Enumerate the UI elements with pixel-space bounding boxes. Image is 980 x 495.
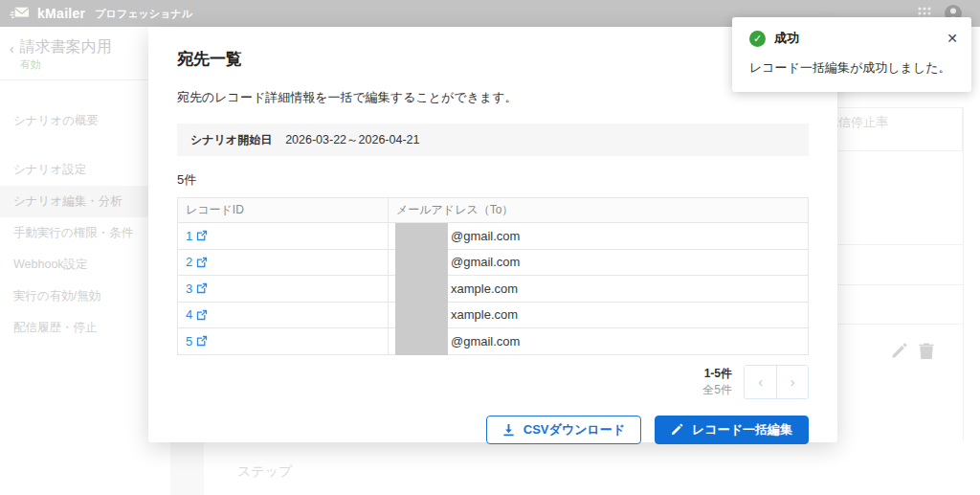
external-link-icon bbox=[196, 309, 208, 321]
plan-label: プロフェッショナル bbox=[95, 7, 191, 21]
scenario-start-date-label: シナリオ開始日 bbox=[190, 132, 272, 148]
external-link-icon bbox=[196, 335, 208, 347]
bg-panel bbox=[170, 442, 204, 495]
record-id: 3 bbox=[186, 281, 192, 296]
sidebar-item[interactable]: シナリオの概要 bbox=[0, 105, 148, 137]
stat-label: 配信停止率 bbox=[826, 114, 962, 131]
scenario-start-date-value: 2026-03-22～2026-04-21 bbox=[285, 132, 419, 148]
pencil-icon[interactable] bbox=[890, 342, 908, 360]
external-link-icon bbox=[196, 230, 208, 241]
sidebar-item[interactable]: Webhook設定 bbox=[0, 249, 148, 281]
pagination-total: 全5件 bbox=[702, 382, 732, 397]
external-link-icon bbox=[196, 257, 208, 268]
record-link[interactable]: 4 bbox=[186, 307, 208, 322]
bg-panel-edge bbox=[963, 107, 964, 440]
success-check-icon: ✓ bbox=[749, 31, 766, 47]
modal-title: 宛先一覧 bbox=[177, 48, 809, 70]
sidebar: ‹ 請求書案内用 有効 シナリオの概要シナリオ設定シナリオ編集・分析手動実行の権… bbox=[0, 27, 148, 495]
download-icon bbox=[502, 423, 515, 437]
bg-divider bbox=[837, 324, 963, 325]
record-count: 5件 bbox=[177, 171, 809, 189]
bulk-edit-label: レコード一括編集 bbox=[692, 421, 792, 439]
record-link[interactable]: 2 bbox=[186, 255, 208, 269]
redaction-overlay bbox=[395, 223, 448, 355]
chevron-right-icon: › bbox=[791, 374, 795, 390]
brand-name: kMailer bbox=[37, 6, 85, 21]
step-label: ステップ bbox=[237, 463, 292, 481]
record-id: 5 bbox=[186, 334, 192, 349]
record-id: 1 bbox=[186, 229, 192, 243]
chevron-left-icon: ‹ bbox=[758, 374, 763, 390]
close-icon[interactable]: ✕ bbox=[947, 32, 958, 45]
modal-description: 宛先のレコード詳細情報を一括で編集することができます。 bbox=[177, 89, 809, 106]
scenario-start-date-bar: シナリオ開始日 2026-03-22～2026-04-21 bbox=[177, 124, 809, 156]
csv-download-label: CSVダウンロード bbox=[523, 421, 625, 439]
brand-logo[interactable]: kMailer bbox=[10, 5, 85, 22]
record-id: 2 bbox=[186, 255, 192, 269]
sidebar-item[interactable]: シナリオ設定 bbox=[0, 154, 148, 186]
sidebar-nav: シナリオの概要シナリオ設定シナリオ編集・分析手動実行の権限・条件Webhook設… bbox=[0, 105, 148, 344]
success-toast: ✓ 成功 ✕ レコード一括編集が成功しました。 bbox=[732, 17, 971, 92]
sidebar-item[interactable]: 実行の有効/無効 bbox=[0, 281, 148, 312]
scenario-title: 請求書案内用 bbox=[20, 38, 112, 56]
column-header-email: メールアドレス（To） bbox=[389, 198, 809, 223]
table-row: 3 xample.com bbox=[178, 276, 809, 303]
external-link-icon bbox=[196, 282, 208, 294]
table-row: 5 @gmail.com bbox=[178, 328, 809, 355]
next-page-button[interactable]: › bbox=[776, 366, 808, 398]
table-row: 1 @gmail.com bbox=[178, 223, 809, 250]
prev-page-button[interactable]: ‹ bbox=[745, 366, 776, 398]
bg-divider bbox=[837, 244, 963, 245]
sidebar-item[interactable]: シナリオ編集・分析 bbox=[0, 186, 148, 217]
chevron-left-icon[interactable]: ‹ bbox=[10, 41, 14, 72]
table-row: 2 @gmail.com bbox=[178, 249, 809, 276]
toast-message: レコード一括編集が成功しました。 bbox=[749, 59, 958, 77]
trash-icon[interactable] bbox=[918, 342, 935, 360]
bg-divider bbox=[837, 284, 963, 285]
column-header-record-id: レコードID bbox=[178, 198, 389, 223]
pencil-icon bbox=[671, 423, 683, 436]
recipient-table: レコードID メールアドレス（To） 1 @gmail.com 2 bbox=[177, 197, 809, 355]
record-link[interactable]: 1 bbox=[186, 229, 208, 243]
pagination-range: 1-5件 bbox=[702, 366, 732, 381]
csv-download-button[interactable]: CSVダウンロード bbox=[486, 416, 641, 444]
table-row: 4 xample.com bbox=[178, 302, 809, 328]
mail-logo-icon bbox=[10, 5, 31, 22]
record-link[interactable]: 5 bbox=[186, 334, 208, 349]
pagination: 1-5件 全5件 ‹ › bbox=[177, 365, 809, 399]
stat-value: 0 bbox=[826, 134, 962, 147]
record-link[interactable]: 3 bbox=[186, 281, 208, 296]
toast-title: 成功 bbox=[774, 30, 799, 47]
sidebar-item[interactable]: 配信履歴・停止 bbox=[0, 312, 148, 344]
sidebar-item[interactable]: 手動実行の権限・条件 bbox=[0, 217, 148, 249]
bulk-edit-button[interactable]: レコード一括編集 bbox=[655, 416, 809, 444]
record-id: 4 bbox=[186, 307, 192, 322]
status-badge: 有効 bbox=[20, 57, 112, 72]
